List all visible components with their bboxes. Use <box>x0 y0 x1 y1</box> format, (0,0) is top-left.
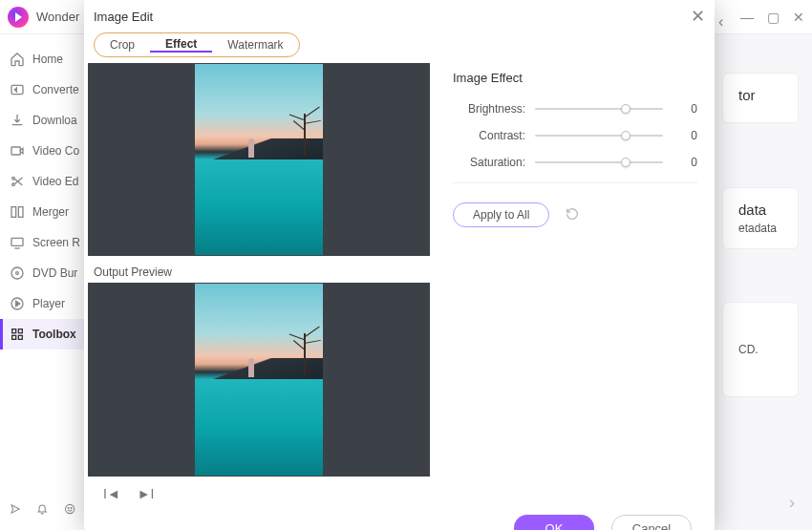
sidebar-bottom-icons <box>0 492 85 530</box>
svg-point-7 <box>11 267 23 279</box>
svg-point-14 <box>65 504 74 513</box>
window-close-icon[interactable]: ✕ <box>793 10 804 25</box>
tab-crop[interactable]: Crop <box>95 38 150 52</box>
sidebar-item-label: Converte <box>32 83 79 96</box>
prev-frame-icon[interactable]: I◄ <box>103 486 120 501</box>
svg-rect-1 <box>11 147 20 155</box>
sidebar-item-label: Screen R <box>32 236 80 249</box>
app-logo-icon <box>8 7 29 28</box>
edit-mode-tabs: Crop Effect Watermark <box>94 32 300 57</box>
smile-icon[interactable] <box>64 501 75 517</box>
effect-section-title: Image Effect <box>453 71 697 85</box>
contrast-label: Contrast: <box>453 129 535 142</box>
dialog-title: Image Edit <box>94 10 153 24</box>
sidebar-item-label: DVD Bur <box>32 266 77 280</box>
saturation-slider[interactable]: 0 <box>535 156 697 169</box>
sidebar-item-home[interactable]: Home <box>0 44 85 74</box>
output-preview <box>88 283 430 477</box>
dialog-titlebar: Image Edit ✕ <box>84 0 715 32</box>
video-compress-icon <box>10 143 25 159</box>
sidebar-item-toolbox[interactable]: Toolbox <box>0 319 85 350</box>
bg-card-top-title: tor <box>738 87 782 103</box>
brightness-slider[interactable]: 0 <box>535 102 697 116</box>
svg-rect-12 <box>12 335 16 339</box>
sidebar-item-player[interactable]: Player <box>0 288 85 319</box>
sidebar-item-label: Video Co <box>32 144 79 158</box>
sidebar-item-downloader[interactable]: Downloa <box>0 105 85 136</box>
input-preview <box>88 63 430 256</box>
saturation-label: Saturation: <box>453 156 535 169</box>
ok-button[interactable]: OK <box>514 515 594 530</box>
convert-icon <box>10 82 25 97</box>
contrast-slider[interactable]: 0 <box>535 129 697 142</box>
brightness-label: Brightness: <box>453 102 535 116</box>
next-frame-icon[interactable]: ►I <box>138 486 155 501</box>
svg-point-3 <box>12 183 15 186</box>
merger-icon <box>10 204 25 220</box>
svg-rect-5 <box>18 207 23 218</box>
sidebar-item-video-editor[interactable]: Video Ed <box>0 166 85 197</box>
carousel-next-icon[interactable]: › <box>789 493 795 513</box>
send-icon[interactable] <box>10 501 21 517</box>
app-title: Wonder <box>36 10 79 24</box>
window-maximize-icon[interactable]: ▢ <box>767 10 780 25</box>
svg-point-2 <box>12 177 15 180</box>
sidebar-item-label: Video Ed <box>32 175 79 188</box>
play-icon <box>10 296 25 311</box>
scissors-icon <box>10 174 25 189</box>
image-edit-dialog: Image Edit ✕ Crop Effect Watermark Outpu… <box>84 0 715 530</box>
transport-controls: I◄ ►I <box>84 480 715 509</box>
svg-rect-4 <box>11 207 16 218</box>
sidebar-item-merger[interactable]: Merger <box>0 197 85 227</box>
window-minimize-icon[interactable]: — <box>740 10 754 25</box>
sidebar-item-dvd-burner[interactable]: DVD Bur <box>0 258 85 288</box>
output-preview-image <box>195 284 323 476</box>
record-icon <box>10 235 25 250</box>
svg-rect-10 <box>12 329 16 333</box>
bg-card-top: tor <box>722 73 799 123</box>
tab-effect[interactable]: Effect <box>150 37 212 53</box>
bg-card-mid: data etadata <box>722 187 799 249</box>
sidebar-item-label: Downloa <box>32 114 77 127</box>
divider <box>453 182 697 183</box>
svg-rect-6 <box>11 238 23 245</box>
home-icon <box>10 52 25 67</box>
brightness-value: 0 <box>674 102 697 116</box>
dialog-footer: OK Cancel <box>84 509 715 530</box>
preview-column: Crop Effect Watermark Output Preview <box>84 32 428 477</box>
saturation-row: Saturation: 0 <box>453 156 697 169</box>
svg-point-16 <box>71 507 72 508</box>
sidebar-item-converter[interactable]: Converte <box>0 74 85 105</box>
disc-icon <box>10 265 25 281</box>
back-chevron-icon[interactable]: ‹ <box>718 13 723 31</box>
reset-icon[interactable] <box>565 206 580 224</box>
bg-card-bot: CD. <box>722 302 799 397</box>
sidebar-item-label: Merger <box>32 205 69 219</box>
sidebar: Home Converte Downloa Video Co Video Ed … <box>0 34 86 530</box>
sidebar-item-label: Home <box>32 53 63 66</box>
contrast-row: Contrast: 0 <box>453 129 697 142</box>
sidebar-item-label: Player <box>32 297 65 310</box>
sidebar-item-video-compressor[interactable]: Video Co <box>0 136 85 166</box>
input-preview-image <box>195 64 323 255</box>
toolbox-icon <box>10 327 25 342</box>
sidebar-item-screen-recorder[interactable]: Screen R <box>0 227 85 258</box>
apply-to-all-button[interactable]: Apply to All <box>453 202 549 227</box>
svg-rect-11 <box>18 329 22 333</box>
svg-point-15 <box>68 507 69 508</box>
cancel-button[interactable]: Cancel <box>611 515 692 530</box>
sidebar-item-label: Toolbox <box>32 328 76 341</box>
contrast-value: 0 <box>674 129 697 142</box>
bell-icon[interactable] <box>36 501 48 517</box>
dialog-close-icon[interactable]: ✕ <box>691 6 705 27</box>
bg-card-bot-text: CD. <box>738 343 759 356</box>
svg-point-8 <box>16 272 19 275</box>
bg-card-mid-title: data <box>738 201 782 218</box>
saturation-value: 0 <box>674 156 697 169</box>
output-preview-label: Output Preview <box>88 260 428 283</box>
download-icon <box>10 113 25 128</box>
brightness-row: Brightness: 0 <box>453 102 697 116</box>
effect-controls: Image Effect Brightness: 0 Contrast: 0 S… <box>428 32 715 477</box>
svg-rect-13 <box>18 335 22 339</box>
tab-watermark[interactable]: Watermark <box>212 38 298 52</box>
